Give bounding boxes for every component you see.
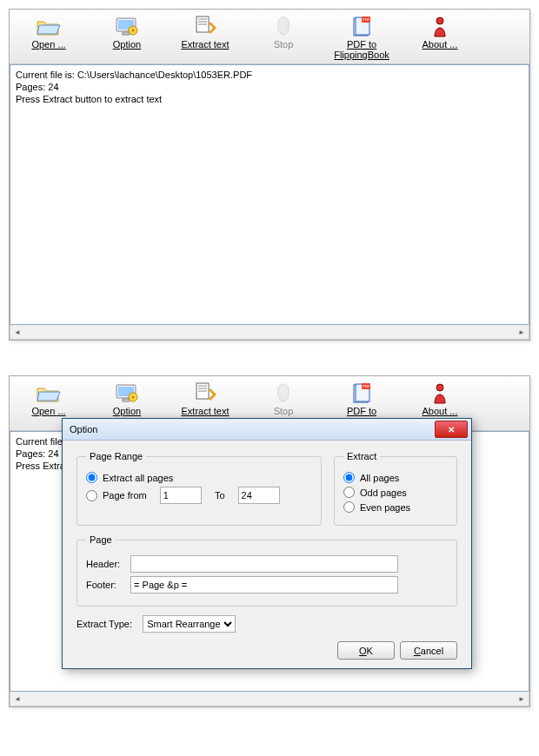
cancel-text: ancel	[421, 646, 443, 656]
ok-button[interactable]: OK	[337, 641, 395, 660]
extract-legend: Extract	[343, 451, 380, 461]
radio-odd-pages[interactable]	[343, 487, 355, 498]
svg-rect-2	[123, 32, 130, 35]
page-legend: Page	[86, 534, 116, 545]
radio-all-pages[interactable]	[343, 472, 355, 483]
extract-text-icon	[166, 381, 244, 406]
option-dialog: Option ✕ Page Range Extract all pages Pa…	[62, 418, 472, 669]
extract-text-icon	[166, 15, 244, 39]
svg-point-4	[132, 30, 135, 32]
open-button[interactable]: Open ...	[10, 13, 88, 62]
page-group: Page Header: Footer:	[77, 534, 457, 607]
page-range-group: Page Range Extract all pages Page from T…	[77, 451, 322, 526]
dialog-body: Page Range Extract all pages Page from T…	[63, 441, 471, 668]
app-window-2: Open ... Option Extract text Stop PDF PD…	[9, 375, 530, 707]
app-window-1: Open ... Option Extract text Stop PDF PD…	[9, 9, 530, 341]
radio-page-from[interactable]	[86, 490, 97, 501]
radio-extract-all-label: Extract all pages	[103, 473, 173, 483]
scrollbar-horizontal[interactable]: ◄ ►	[10, 324, 529, 340]
toolbar: Open ... Option Extract text Stop PDF PD…	[10, 10, 529, 64]
option-button[interactable]: Option	[88, 13, 166, 62]
scroll-right-icon[interactable]: ►	[515, 693, 529, 705]
radio-extract-all[interactable]	[86, 472, 97, 483]
log-line: Current file is: C:\Users\lachance\Deskt…	[16, 69, 523, 81]
stop-icon	[244, 15, 323, 39]
from-input[interactable]	[160, 487, 202, 504]
ok-text: K	[367, 646, 373, 656]
svg-point-18	[132, 396, 135, 399]
svg-rect-16	[123, 399, 130, 401]
radio-even-pages[interactable]	[343, 501, 355, 513]
to-label: To	[215, 490, 225, 501]
about-button[interactable]: About ...	[401, 13, 479, 62]
scroll-right-icon[interactable]: ►	[515, 326, 529, 338]
about-pawn-icon	[401, 381, 479, 406]
radio-page-from-label: Page from	[103, 490, 147, 501]
scroll-left-icon[interactable]: ◄	[10, 693, 24, 705]
to-input[interactable]	[238, 487, 280, 504]
header-label: Header:	[86, 559, 128, 569]
radio-even-pages-label: Even pages	[360, 502, 410, 513]
radio-odd-pages-label: Odd pages	[360, 487, 407, 498]
stop-icon	[244, 381, 323, 406]
stop-button: Stop	[244, 13, 323, 62]
close-button[interactable]: ✕	[435, 421, 468, 438]
extract-group: Extract All pages Odd pages Even pages	[334, 451, 457, 526]
monitor-gear-icon	[88, 15, 166, 39]
monitor-gear-icon	[88, 381, 166, 406]
close-icon: ✕	[448, 425, 455, 434]
dialog-title: Option	[70, 424, 435, 434]
log-line: Press Extract button to extract text	[16, 93, 523, 105]
pdf-flip-icon: PDF	[323, 15, 401, 39]
extract-type-label: Extract Type:	[77, 619, 132, 629]
pdf-flip-icon: PDF	[323, 381, 401, 406]
svg-text:PDF: PDF	[363, 384, 370, 388]
svg-text:PDF: PDF	[363, 17, 370, 22]
cancel-button[interactable]: Cancel	[400, 641, 457, 660]
page-range-legend: Page Range	[86, 451, 146, 461]
flippingbook-button[interactable]: PDF PDF to FlippingBook	[323, 13, 401, 62]
footer-label: Footer:	[86, 580, 128, 590]
footer-input[interactable]	[130, 576, 398, 594]
log-area: Current file is: C:\Users\lachance\Deskt…	[10, 64, 529, 324]
svg-point-27	[436, 384, 443, 391]
log-line: Pages: 24	[16, 81, 523, 93]
folder-open-icon	[10, 381, 88, 406]
radio-all-pages-label: All pages	[360, 473, 399, 483]
about-pawn-icon	[401, 15, 479, 39]
folder-open-icon	[10, 15, 88, 39]
header-input[interactable]	[130, 555, 398, 573]
scrollbar-horizontal[interactable]: ◄ ►	[10, 691, 529, 706]
extract-button[interactable]: Extract text	[166, 13, 244, 62]
extract-type-select[interactable]: Smart Rearrange	[143, 615, 236, 633]
svg-point-13	[436, 17, 443, 24]
scroll-left-icon[interactable]: ◄	[10, 326, 24, 338]
dialog-titlebar[interactable]: Option ✕	[63, 419, 471, 441]
